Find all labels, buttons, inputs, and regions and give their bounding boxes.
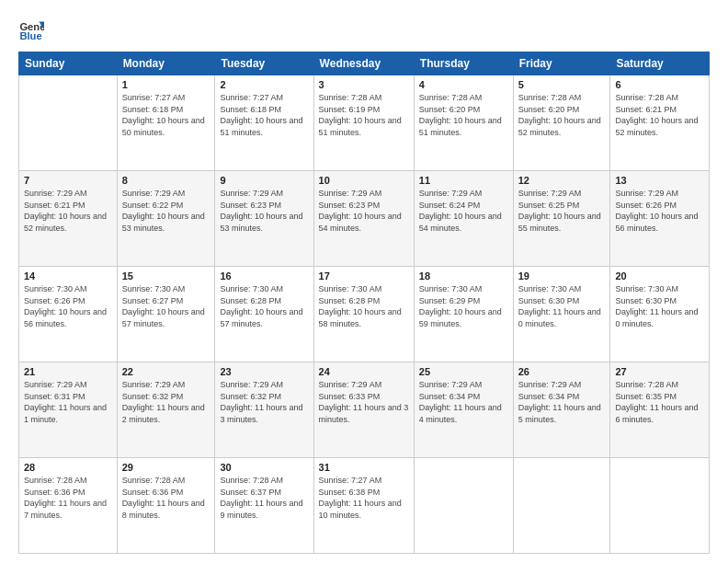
calendar-header-row: SundayMondayTuesdayWednesdayThursdayFrid… bbox=[19, 52, 710, 75]
day-info: Sunrise: 7:29 AMSunset: 6:31 PMDaylight:… bbox=[24, 379, 112, 425]
calendar-cell: 27Sunrise: 7:28 AMSunset: 6:35 PMDayligh… bbox=[610, 362, 710, 458]
day-info: Sunrise: 7:29 AMSunset: 6:23 PMDaylight:… bbox=[319, 188, 409, 234]
calendar-week-0: 1Sunrise: 7:27 AMSunset: 6:18 PMDaylight… bbox=[19, 75, 710, 171]
day-number: 2 bbox=[220, 79, 308, 90]
day-info: Sunrise: 7:29 AMSunset: 6:21 PMDaylight:… bbox=[24, 188, 112, 234]
day-number: 9 bbox=[220, 175, 308, 186]
day-number: 23 bbox=[220, 366, 308, 377]
calendar-week-2: 14Sunrise: 7:30 AMSunset: 6:26 PMDayligh… bbox=[19, 267, 710, 362]
calendar-week-4: 28Sunrise: 7:28 AMSunset: 6:36 PMDayligh… bbox=[19, 458, 710, 554]
calendar-cell: 8Sunrise: 7:29 AMSunset: 6:22 PMDaylight… bbox=[117, 171, 215, 267]
calendar-cell: 22Sunrise: 7:29 AMSunset: 6:32 PMDayligh… bbox=[117, 362, 215, 458]
calendar-cell bbox=[610, 458, 710, 554]
calendar-cell: 10Sunrise: 7:29 AMSunset: 6:23 PMDayligh… bbox=[313, 171, 414, 267]
calendar-cell bbox=[414, 458, 513, 554]
day-number: 14 bbox=[24, 270, 112, 282]
calendar-cell: 17Sunrise: 7:30 AMSunset: 6:28 PMDayligh… bbox=[313, 267, 414, 362]
day-info: Sunrise: 7:27 AMSunset: 6:38 PMDaylight:… bbox=[319, 475, 409, 521]
calendar-week-1: 7Sunrise: 7:29 AMSunset: 6:21 PMDaylight… bbox=[19, 171, 710, 267]
day-number: 11 bbox=[419, 175, 508, 186]
day-number: 24 bbox=[319, 366, 409, 377]
day-info: Sunrise: 7:30 AMSunset: 6:28 PMDaylight:… bbox=[319, 283, 409, 329]
day-number: 18 bbox=[419, 270, 508, 282]
svg-text:Blue: Blue bbox=[19, 30, 41, 41]
header-cell-monday: Monday bbox=[117, 52, 215, 75]
day-number: 8 bbox=[122, 175, 210, 186]
calendar-cell: 20Sunrise: 7:30 AMSunset: 6:30 PMDayligh… bbox=[610, 267, 710, 362]
day-number: 28 bbox=[24, 462, 112, 473]
day-info: Sunrise: 7:28 AMSunset: 6:36 PMDaylight:… bbox=[122, 475, 210, 521]
header-cell-wednesday: Wednesday bbox=[313, 52, 414, 75]
calendar-cell: 25Sunrise: 7:29 AMSunset: 6:34 PMDayligh… bbox=[414, 362, 513, 458]
calendar-table: SundayMondayTuesdayWednesdayThursdayFrid… bbox=[18, 52, 710, 554]
day-info: Sunrise: 7:28 AMSunset: 6:37 PMDaylight:… bbox=[220, 475, 308, 521]
day-info: Sunrise: 7:29 AMSunset: 6:22 PMDaylight:… bbox=[122, 188, 210, 234]
day-number: 22 bbox=[122, 366, 210, 377]
calendar-cell bbox=[19, 75, 118, 171]
day-info: Sunrise: 7:29 AMSunset: 6:23 PMDaylight:… bbox=[220, 188, 308, 234]
calendar-cell: 23Sunrise: 7:29 AMSunset: 6:32 PMDayligh… bbox=[215, 362, 313, 458]
day-info: Sunrise: 7:30 AMSunset: 6:28 PMDaylight:… bbox=[220, 283, 308, 329]
day-number: 31 bbox=[319, 462, 409, 473]
day-number: 6 bbox=[615, 79, 704, 90]
day-info: Sunrise: 7:28 AMSunset: 6:35 PMDaylight:… bbox=[615, 379, 704, 425]
day-number: 3 bbox=[319, 79, 409, 90]
calendar-cell: 21Sunrise: 7:29 AMSunset: 6:31 PMDayligh… bbox=[19, 362, 118, 458]
calendar-cell: 29Sunrise: 7:28 AMSunset: 6:36 PMDayligh… bbox=[117, 458, 215, 554]
header-cell-sunday: Sunday bbox=[19, 52, 118, 75]
day-info: Sunrise: 7:29 AMSunset: 6:34 PMDaylight:… bbox=[419, 379, 508, 425]
calendar-cell: 28Sunrise: 7:28 AMSunset: 6:36 PMDayligh… bbox=[19, 458, 118, 554]
day-info: Sunrise: 7:29 AMSunset: 6:34 PMDaylight:… bbox=[518, 379, 606, 425]
day-number: 19 bbox=[518, 270, 606, 282]
day-info: Sunrise: 7:30 AMSunset: 6:30 PMDaylight:… bbox=[518, 283, 606, 329]
calendar-cell: 24Sunrise: 7:29 AMSunset: 6:33 PMDayligh… bbox=[313, 362, 414, 458]
calendar-cell: 1Sunrise: 7:27 AMSunset: 6:18 PMDaylight… bbox=[117, 75, 215, 171]
day-number: 17 bbox=[319, 270, 409, 282]
calendar-cell: 19Sunrise: 7:30 AMSunset: 6:30 PMDayligh… bbox=[513, 267, 610, 362]
calendar-cell: 15Sunrise: 7:30 AMSunset: 6:27 PMDayligh… bbox=[117, 267, 215, 362]
day-info: Sunrise: 7:29 AMSunset: 6:32 PMDaylight:… bbox=[220, 379, 308, 425]
day-info: Sunrise: 7:29 AMSunset: 6:25 PMDaylight:… bbox=[518, 188, 606, 234]
day-number: 12 bbox=[518, 175, 606, 186]
day-number: 25 bbox=[419, 366, 508, 377]
day-number: 30 bbox=[220, 462, 308, 473]
calendar-cell: 6Sunrise: 7:28 AMSunset: 6:21 PMDaylight… bbox=[610, 75, 710, 171]
page: General Blue SundayMondayTuesdayWednesda… bbox=[0, 0, 728, 563]
day-info: Sunrise: 7:29 AMSunset: 6:32 PMDaylight:… bbox=[122, 379, 210, 425]
calendar-cell: 14Sunrise: 7:30 AMSunset: 6:26 PMDayligh… bbox=[19, 267, 118, 362]
day-number: 21 bbox=[24, 366, 112, 377]
day-info: Sunrise: 7:30 AMSunset: 6:26 PMDaylight:… bbox=[24, 283, 112, 329]
calendar-cell: 2Sunrise: 7:27 AMSunset: 6:18 PMDaylight… bbox=[215, 75, 313, 171]
header-cell-saturday: Saturday bbox=[610, 52, 710, 75]
calendar-cell: 7Sunrise: 7:29 AMSunset: 6:21 PMDaylight… bbox=[19, 171, 118, 267]
day-number: 7 bbox=[24, 175, 112, 186]
day-info: Sunrise: 7:27 AMSunset: 6:18 PMDaylight:… bbox=[122, 92, 210, 138]
calendar-cell: 16Sunrise: 7:30 AMSunset: 6:28 PMDayligh… bbox=[215, 267, 313, 362]
day-number: 16 bbox=[220, 270, 308, 282]
calendar-cell: 5Sunrise: 7:28 AMSunset: 6:20 PMDaylight… bbox=[513, 75, 610, 171]
day-number: 15 bbox=[122, 270, 210, 282]
day-info: Sunrise: 7:28 AMSunset: 6:20 PMDaylight:… bbox=[518, 92, 606, 138]
calendar-cell bbox=[513, 458, 610, 554]
day-info: Sunrise: 7:29 AMSunset: 6:24 PMDaylight:… bbox=[419, 188, 508, 234]
header-cell-friday: Friday bbox=[513, 52, 610, 75]
day-info: Sunrise: 7:28 AMSunset: 6:19 PMDaylight:… bbox=[319, 92, 409, 138]
logo-icon: General Blue bbox=[18, 17, 44, 42]
day-number: 1 bbox=[122, 79, 210, 90]
day-info: Sunrise: 7:27 AMSunset: 6:18 PMDaylight:… bbox=[220, 92, 308, 138]
day-info: Sunrise: 7:28 AMSunset: 6:36 PMDaylight:… bbox=[24, 475, 112, 521]
day-info: Sunrise: 7:30 AMSunset: 6:29 PMDaylight:… bbox=[419, 283, 508, 329]
calendar-cell: 4Sunrise: 7:28 AMSunset: 6:20 PMDaylight… bbox=[414, 75, 513, 171]
day-number: 27 bbox=[615, 366, 704, 377]
day-info: Sunrise: 7:30 AMSunset: 6:27 PMDaylight:… bbox=[122, 283, 210, 329]
header: General Blue bbox=[18, 17, 710, 42]
calendar-cell: 12Sunrise: 7:29 AMSunset: 6:25 PMDayligh… bbox=[513, 171, 610, 267]
day-info: Sunrise: 7:29 AMSunset: 6:26 PMDaylight:… bbox=[615, 188, 704, 234]
day-info: Sunrise: 7:28 AMSunset: 6:20 PMDaylight:… bbox=[419, 92, 508, 138]
day-info: Sunrise: 7:30 AMSunset: 6:30 PMDaylight:… bbox=[615, 283, 704, 329]
day-number: 20 bbox=[615, 270, 704, 282]
day-number: 10 bbox=[319, 175, 409, 186]
calendar-week-3: 21Sunrise: 7:29 AMSunset: 6:31 PMDayligh… bbox=[19, 362, 710, 458]
calendar-cell: 9Sunrise: 7:29 AMSunset: 6:23 PMDaylight… bbox=[215, 171, 313, 267]
calendar-cell: 11Sunrise: 7:29 AMSunset: 6:24 PMDayligh… bbox=[414, 171, 513, 267]
